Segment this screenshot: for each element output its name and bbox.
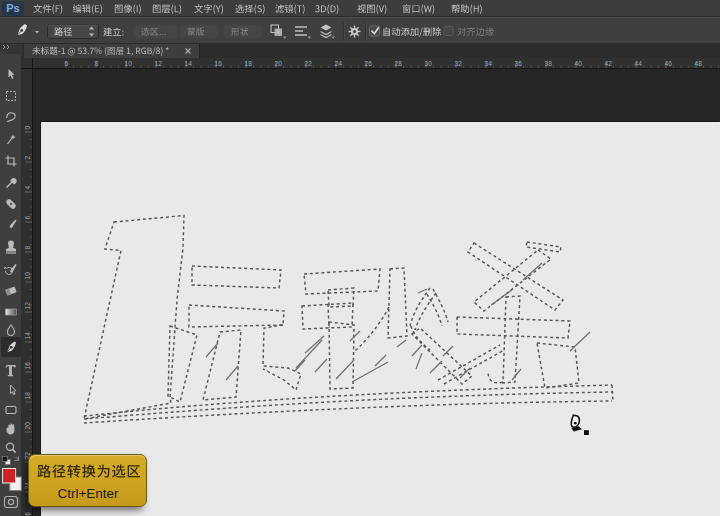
svg-text:34: 34 <box>485 60 493 67</box>
svg-text:22: 22 <box>305 60 313 67</box>
svg-text:20: 20 <box>275 60 283 67</box>
svg-text:44: 44 <box>635 60 643 67</box>
svg-text:32: 32 <box>455 60 463 67</box>
svg-text:4: 4 <box>24 186 31 190</box>
svg-text:40: 40 <box>575 60 583 67</box>
svg-text:46: 46 <box>665 60 673 67</box>
svg-text:10: 10 <box>125 60 133 67</box>
svg-text:0: 0 <box>24 126 31 130</box>
svg-text:26: 26 <box>24 512 31 516</box>
svg-text:8: 8 <box>24 246 31 250</box>
svg-text:12: 12 <box>155 60 163 67</box>
svg-text:16: 16 <box>24 362 31 370</box>
svg-text:28: 28 <box>395 60 403 67</box>
svg-text:14: 14 <box>24 332 31 340</box>
svg-text:12: 12 <box>24 302 31 310</box>
svg-text:14: 14 <box>185 60 193 67</box>
svg-text:20: 20 <box>24 422 31 430</box>
svg-text:8: 8 <box>95 60 99 67</box>
svg-text:16: 16 <box>215 60 223 67</box>
svg-text:10: 10 <box>24 272 31 280</box>
svg-text:30: 30 <box>425 60 433 67</box>
svg-text:18: 18 <box>245 60 253 67</box>
svg-text:24: 24 <box>335 60 343 67</box>
svg-text:6: 6 <box>65 60 69 67</box>
svg-text:2: 2 <box>24 156 31 160</box>
svg-text:36: 36 <box>515 60 523 67</box>
svg-text:42: 42 <box>605 60 613 67</box>
svg-text:48: 48 <box>695 60 703 67</box>
svg-text:6: 6 <box>24 216 31 220</box>
svg-text:26: 26 <box>365 60 373 67</box>
svg-text:18: 18 <box>24 392 31 400</box>
svg-text:38: 38 <box>545 60 553 67</box>
